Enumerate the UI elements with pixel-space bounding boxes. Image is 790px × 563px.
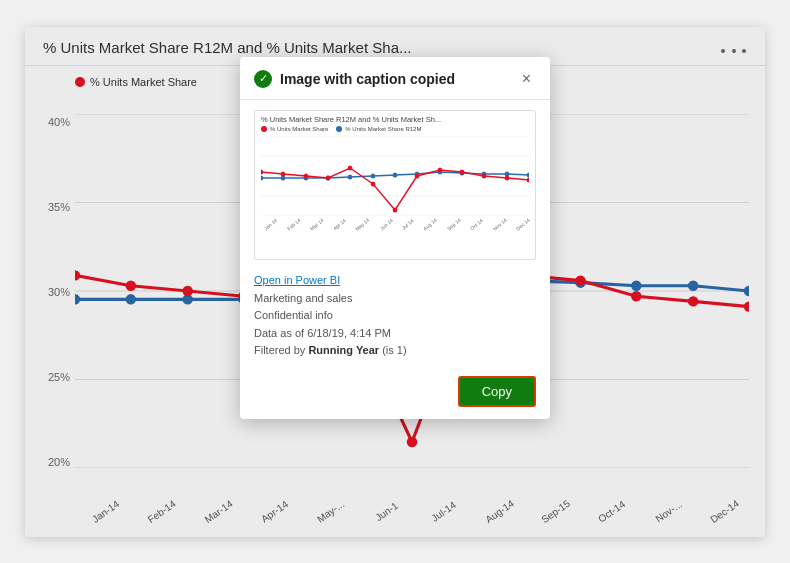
modal-dialog: ✓ Image with caption copied × % Units Ma… [240, 57, 550, 419]
thumb-chart-svg-container [261, 136, 529, 220]
svg-point-49 [261, 169, 263, 174]
svg-point-56 [415, 173, 420, 178]
thumb-title: % Units Market Share R12M and % Units Ma… [255, 111, 535, 126]
svg-point-58 [460, 169, 465, 174]
thumb-label-blue: % Units Market Share R12M [345, 126, 421, 132]
info-filtered-by: Filtered by Running Year (is 1) [254, 342, 536, 360]
close-button[interactable]: × [517, 69, 536, 89]
success-icon: ✓ [254, 70, 272, 88]
svg-point-61 [527, 177, 529, 182]
svg-point-40 [348, 174, 353, 179]
main-window: % Units Market Share R12M and % Units Ma… [25, 27, 765, 537]
modal-footer: Copy [240, 370, 550, 419]
svg-point-52 [326, 175, 331, 180]
thumb-legend-blue: % Units Market Share R12M [336, 126, 421, 132]
svg-point-53 [348, 165, 353, 170]
svg-point-48 [527, 172, 529, 177]
copy-button[interactable]: Copy [458, 376, 536, 407]
info-text: Marketing and sales Confidential info Da… [254, 290, 536, 360]
modal-thumbnail: % Units Market Share R12M and % Units Ma… [254, 110, 536, 260]
svg-point-54 [371, 181, 376, 186]
thumb-dot-red [261, 126, 267, 132]
svg-point-59 [482, 173, 487, 178]
info-marketing: Marketing and sales [254, 290, 536, 308]
thumb-label-red: % Units Market Share [270, 126, 328, 132]
svg-point-42 [393, 172, 398, 177]
info-bold-filter: Running Year [308, 344, 379, 356]
modal-title-row: ✓ Image with caption copied [254, 70, 455, 88]
svg-point-57 [438, 167, 443, 172]
svg-point-60 [505, 175, 510, 180]
info-confidential: Confidential info [254, 307, 536, 325]
modal-header: ✓ Image with caption copied × [240, 57, 550, 100]
modal-overlay: ✓ Image with caption copied × % Units Ma… [25, 27, 765, 537]
svg-point-41 [371, 173, 376, 178]
svg-point-51 [304, 173, 309, 178]
modal-info: Open in Power BI Marketing and sales Con… [240, 270, 550, 370]
svg-point-55 [393, 207, 398, 212]
thumb-x-labels: Jan 14 Feb 14 Mar 14 Apr 14 May 14 Jun 1… [255, 222, 535, 228]
svg-point-50 [281, 171, 286, 176]
modal-title: Image with caption copied [280, 71, 455, 87]
thumb-legend: % Units Market Share % Units Market Shar… [255, 126, 535, 134]
thumb-dot-blue [336, 126, 342, 132]
open-in-power-bi-link[interactable]: Open in Power BI [254, 274, 536, 286]
info-data-as-of: Data as of 6/18/19, 4:14 PM [254, 325, 536, 343]
thumb-legend-red: % Units Market Share [261, 126, 328, 132]
